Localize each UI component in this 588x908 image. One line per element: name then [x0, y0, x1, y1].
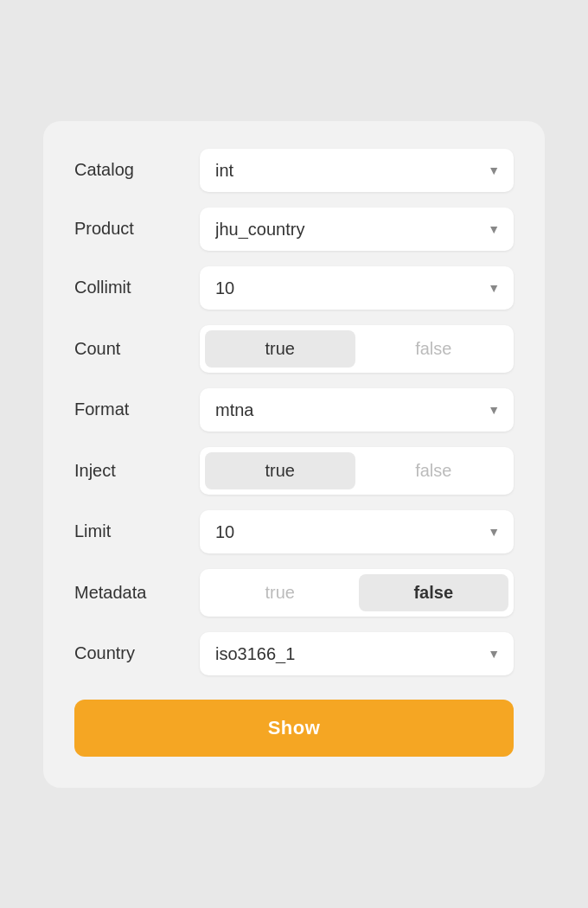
- product-control: jhu_country jhu_us jhu_global ▼: [200, 208, 514, 251]
- collimit-row: Collimit 10 20 50 100 ▼: [74, 266, 514, 310]
- catalog-select-wrapper: int ext test ▼: [200, 149, 514, 192]
- inject-true-button[interactable]: true: [205, 452, 355, 489]
- metadata-true-button[interactable]: true: [205, 574, 355, 611]
- format-select[interactable]: mtna csv json: [200, 388, 514, 432]
- limit-select[interactable]: 10 20 50 100: [200, 510, 514, 553]
- product-row: Product jhu_country jhu_us jhu_global ▼: [74, 208, 514, 251]
- product-select-wrapper: jhu_country jhu_us jhu_global ▼: [200, 208, 514, 251]
- country-label: Country: [74, 643, 200, 663]
- inject-false-button[interactable]: false: [359, 452, 509, 489]
- collimit-control: 10 20 50 100 ▼: [200, 266, 514, 310]
- limit-select-wrapper: 10 20 50 100 ▼: [200, 510, 514, 553]
- inject-row: Inject true false: [74, 447, 514, 495]
- metadata-false-button[interactable]: false: [359, 574, 509, 611]
- collimit-select-wrapper: 10 20 50 100 ▼: [200, 266, 514, 310]
- format-label: Format: [74, 400, 200, 419]
- show-button[interactable]: Show: [74, 700, 514, 757]
- metadata-row: Metadata true false: [74, 569, 514, 617]
- limit-label: Limit: [74, 521, 200, 541]
- format-control: mtna csv json ▼: [200, 388, 514, 432]
- country-select-wrapper: iso3166_1 iso3166_2 all ▼: [200, 632, 514, 675]
- count-row: Count true false: [74, 325, 514, 373]
- country-select[interactable]: iso3166_1 iso3166_2 all: [200, 632, 514, 675]
- country-control: iso3166_1 iso3166_2 all ▼: [200, 632, 514, 675]
- format-row: Format mtna csv json ▼: [74, 388, 514, 432]
- form-card: Catalog int ext test ▼ Product jhu_count…: [43, 121, 545, 788]
- format-select-wrapper: mtna csv json ▼: [200, 388, 514, 432]
- inject-toggle-group: true false: [200, 447, 514, 495]
- limit-row: Limit 10 20 50 100 ▼: [74, 510, 514, 553]
- count-toggle-group: true false: [200, 325, 514, 373]
- catalog-select[interactable]: int ext test: [200, 149, 514, 192]
- limit-control: 10 20 50 100 ▼: [200, 510, 514, 553]
- metadata-control: true false: [200, 569, 514, 617]
- metadata-toggle-group: true false: [200, 569, 514, 617]
- count-false-button[interactable]: false: [359, 330, 509, 368]
- catalog-label: Catalog: [74, 160, 200, 180]
- count-control: true false: [200, 325, 514, 373]
- product-label: Product: [74, 219, 200, 239]
- catalog-control: int ext test ▼: [200, 149, 514, 192]
- collimit-label: Collimit: [74, 278, 200, 297]
- product-select[interactable]: jhu_country jhu_us jhu_global: [200, 208, 514, 251]
- count-label: Count: [74, 339, 200, 359]
- inject-control: true false: [200, 447, 514, 495]
- metadata-label: Metadata: [74, 583, 200, 603]
- count-true-button[interactable]: true: [205, 330, 355, 368]
- collimit-select[interactable]: 10 20 50 100: [200, 266, 514, 310]
- country-row: Country iso3166_1 iso3166_2 all ▼: [74, 632, 514, 675]
- inject-label: Inject: [74, 461, 200, 481]
- catalog-row: Catalog int ext test ▼: [74, 149, 514, 192]
